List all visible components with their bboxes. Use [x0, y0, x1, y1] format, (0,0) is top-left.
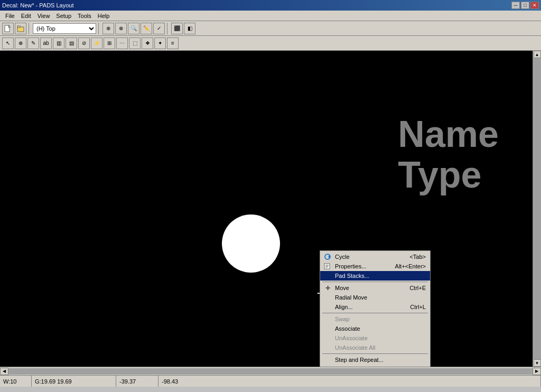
- properties-icon: [323, 262, 332, 270]
- ctx-properties-shortcut: Alt+<Enter>: [395, 263, 426, 269]
- ctx-align-shortcut: Ctrl+L: [410, 304, 426, 310]
- tool1[interactable]: ↖: [2, 38, 14, 49]
- tool6[interactable]: ▤: [66, 38, 77, 49]
- minimize-button[interactable]: ─: [511, 2, 520, 9]
- unassociate-icon: [323, 334, 332, 342]
- title-text: Decal: New* - PADS Layout: [2, 2, 74, 8]
- tool4[interactable]: ab: [40, 38, 52, 49]
- horizontal-scrollbar[interactable]: ◀ ▶: [0, 367, 541, 375]
- ctx-associate-label: Associate: [335, 325, 360, 332]
- menu-view[interactable]: View: [34, 12, 53, 20]
- ctx-unassociate-all-label: UnAssociate All: [335, 344, 375, 351]
- layer-select[interactable]: (H) Top: [33, 23, 96, 34]
- ctx-unassociate-all: UnAssociate All: [320, 343, 430, 352]
- canvas-name-text: Name: [398, 114, 499, 155]
- separator2: [98, 23, 100, 34]
- tool7[interactable]: ⊘: [78, 38, 90, 49]
- ctx-renumber-label: Renumber Terminals...: [335, 366, 393, 367]
- tool3[interactable]: ✎: [27, 38, 39, 49]
- tb-icon4[interactable]: ✏️: [141, 23, 152, 34]
- canvas-name-type-text: Name Type: [398, 114, 499, 195]
- tool11[interactable]: ⬚: [129, 38, 141, 49]
- align-icon: [323, 303, 332, 311]
- tb-icon6[interactable]: ⬛: [171, 23, 183, 34]
- ctx-align-label: Align...: [335, 304, 353, 310]
- tb-icon3[interactable]: 🔍: [128, 23, 139, 34]
- close-button[interactable]: ✕: [530, 2, 539, 9]
- tool12[interactable]: ❖: [142, 38, 153, 49]
- ctx-padstacks[interactable]: Pad Stacks...: [320, 271, 430, 281]
- menu-setup[interactable]: Setup: [53, 12, 74, 20]
- ctx-step-repeat[interactable]: Step and Repeat...: [320, 355, 430, 365]
- pad-circle: [222, 214, 280, 273]
- tool5[interactable]: ▥: [53, 38, 64, 49]
- ctx-renumber[interactable]: Renumber Terminals...: [320, 365, 430, 367]
- menu-edit[interactable]: Edit: [18, 12, 34, 20]
- ctx-swap-label: Swap: [335, 316, 350, 322]
- scroll-down-button[interactable]: ▼: [534, 359, 541, 367]
- tb-icon7[interactable]: ◧: [184, 23, 195, 34]
- tool14[interactable]: ≡: [167, 38, 179, 49]
- menu-help[interactable]: Help: [95, 12, 113, 20]
- tb-icon1[interactable]: ⊕: [102, 23, 114, 34]
- ctx-cycle[interactable]: Cycle <Tab>: [320, 252, 430, 262]
- menu-file[interactable]: File: [2, 12, 18, 20]
- ctx-cycle-shortcut: <Tab>: [409, 254, 426, 260]
- hscroll-right-button[interactable]: ▶: [533, 368, 541, 375]
- swap-icon: [323, 315, 332, 323]
- hscroll-track[interactable]: [8, 368, 533, 375]
- tb-icon5[interactable]: ✓: [153, 23, 165, 34]
- ctx-swap: Swap: [320, 314, 430, 324]
- hscroll-left-button[interactable]: ◀: [0, 368, 8, 375]
- ctx-properties[interactable]: Properties... Alt+<Enter>: [320, 262, 430, 271]
- title-bar-controls: ─ □ ✕: [511, 2, 539, 9]
- separator1: [29, 23, 31, 34]
- unassociate-all-icon: [323, 343, 332, 352]
- renumber-icon: [323, 365, 332, 367]
- associate-icon: [323, 324, 332, 333]
- new-button[interactable]: [2, 23, 14, 34]
- status-bar: W:10 G:19.69 19.69 -39.37 -98.43: [0, 375, 541, 387]
- open-button[interactable]: [15, 23, 26, 34]
- ctx-align[interactable]: Align... Ctrl+L: [320, 302, 430, 312]
- cycle-icon: [323, 253, 332, 261]
- toolbar1: (H) Top ⊕ ⊗ 🔍 ✏️ ✓ ⬛ ◧: [0, 21, 541, 36]
- ctx-move-shortcut: Ctrl+E: [409, 285, 426, 291]
- move-icon: ✛: [323, 284, 332, 292]
- ctx-associate[interactable]: Associate: [320, 324, 430, 333]
- status-w: W:10: [0, 376, 32, 387]
- status-g: G:19.69 19.69: [32, 376, 116, 387]
- tool2[interactable]: ⊕: [15, 38, 26, 49]
- ctx-unassociate: UnAssociate: [320, 333, 430, 343]
- canvas-area[interactable]: Name Type ✛ ▲ ▼ Cycle <Tab> Properties..…: [0, 51, 541, 367]
- ctx-properties-label: Properties...: [335, 263, 366, 269]
- maximize-button[interactable]: □: [521, 2, 529, 9]
- tb-icon2[interactable]: ⊗: [115, 23, 127, 34]
- scroll-track[interactable]: [533, 58, 541, 359]
- ctx-radial-move-label: Radial Move: [335, 294, 367, 301]
- ctx-unassociate-label: UnAssociate: [335, 335, 368, 341]
- canvas-type-text: Type: [398, 155, 499, 195]
- ctx-step-repeat-label: Step and Repeat...: [335, 357, 384, 363]
- ctx-sep1: [322, 282, 428, 282]
- ctx-move-label: Move: [335, 285, 349, 291]
- status-coord2: -98.43: [158, 376, 541, 387]
- tool9[interactable]: ⊞: [104, 38, 115, 49]
- scroll-up-button[interactable]: ▲: [534, 51, 541, 58]
- tool13[interactable]: ✦: [154, 38, 166, 49]
- tool10[interactable]: ⋯: [116, 38, 128, 49]
- step-repeat-icon: [323, 356, 332, 364]
- status-coord1: -39.37: [116, 376, 158, 387]
- title-bar: Decal: New* - PADS Layout ─ □ ✕: [0, 0, 541, 11]
- padstacks-icon: [323, 272, 332, 280]
- tool8[interactable]: ⚡: [91, 38, 102, 49]
- separator3: [167, 23, 169, 34]
- menu-tools[interactable]: Tools: [74, 12, 95, 20]
- context-menu: Cycle <Tab> Properties... Alt+<Enter> Pa…: [320, 250, 431, 367]
- vertical-scrollbar[interactable]: ▲ ▼: [533, 51, 541, 367]
- menu-bar: File Edit View Setup Tools Help: [0, 11, 541, 21]
- toolbar2: ↖ ⊕ ✎ ab ▥ ▤ ⊘ ⚡ ⊞ ⋯ ⬚ ❖ ✦ ≡: [0, 36, 541, 51]
- ctx-sep3: [322, 353, 428, 354]
- ctx-radial-move[interactable]: Radial Move: [320, 293, 430, 302]
- ctx-move[interactable]: ✛ Move Ctrl+E: [320, 283, 430, 293]
